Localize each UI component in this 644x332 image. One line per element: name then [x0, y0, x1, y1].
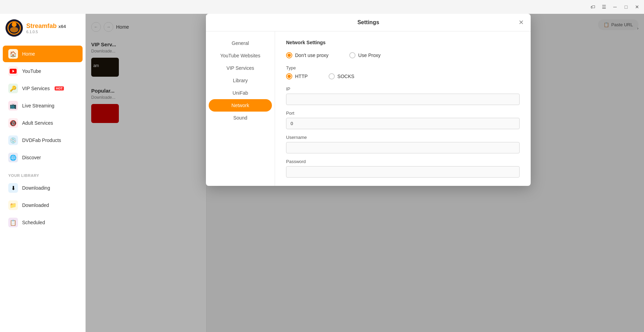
type-options: HTTP SOCKS — [286, 73, 520, 79]
discover-icon: 🌐 — [8, 153, 18, 162]
live-streaming-icon: 📺 — [8, 101, 18, 111]
settings-nav-sound[interactable]: Sound — [206, 112, 275, 124]
maximize-icon[interactable]: □ — [623, 4, 629, 10]
sidebar-item-downloading[interactable]: ⬇ Downloading — [3, 180, 83, 196]
adult-icon: 🔞 — [8, 118, 18, 128]
sidebar-item-discover[interactable]: 🌐 Discover — [3, 149, 83, 166]
sidebar: Streamfab x64 6.1.0.5 🏠 Home — [0, 14, 86, 332]
brand-name: Streamfab x64 — [26, 22, 66, 30]
type-section: Type HTTP SOCKS — [286, 65, 520, 79]
close-window-icon[interactable]: ✕ — [634, 4, 640, 10]
youtube-icon — [8, 66, 18, 76]
library-nav: ⬇ Downloading 📁 Downloaded 📋 Scheduled — [0, 179, 85, 231]
socks-label: SOCKS — [338, 74, 354, 79]
settings-nav-network[interactable]: Network — [209, 99, 272, 112]
http-option[interactable]: HTTP — [286, 73, 308, 79]
app-version: 6.1.0.5 — [26, 30, 66, 34]
sidebar-item-adult-services[interactable]: 🔞 Adult Services — [3, 115, 83, 131]
socks-option[interactable]: SOCKS — [329, 73, 354, 79]
username-input[interactable] — [286, 142, 520, 153]
sidebar-item-live-streaming[interactable]: 📺 Live Streaming — [3, 97, 83, 114]
no-proxy-option[interactable]: Don't use proxy — [286, 52, 329, 58]
ip-input[interactable] — [286, 94, 520, 105]
modal-body: General YouTube Websites VIP Services Li… — [206, 31, 531, 186]
network-section-title: Network Settings — [286, 40, 520, 45]
downloaded-icon: 📁 — [8, 200, 18, 210]
settings-nav-vip-services[interactable]: VIP Services — [206, 62, 275, 74]
vip-icon: 🔑 — [8, 84, 18, 93]
use-proxy-option[interactable]: Use Proxy — [349, 52, 381, 58]
use-proxy-radio[interactable] — [349, 52, 356, 58]
modal-title: Settings — [357, 19, 379, 26]
logo-text: Streamfab x64 6.1.0.5 — [26, 22, 66, 34]
app-window: 🏷 ☰ ─ □ ✕ S — [0, 0, 644, 332]
port-label: Port — [286, 111, 520, 116]
hot-badge: HOT — [55, 86, 64, 91]
library-section-label: YOUR LIBRARY — [0, 169, 85, 179]
password-input[interactable] — [286, 166, 520, 178]
sidebar-item-dvdfab[interactable]: 💿 DVDFab Products — [3, 132, 83, 149]
no-proxy-label: Don't use proxy — [295, 53, 329, 58]
settings-modal: Settings ✕ General YouTube Websites VIP … — [206, 14, 531, 186]
app-body: Streamfab x64 6.1.0.5 🏠 Home — [0, 14, 644, 332]
title-bar: 🏷 ☰ ─ □ ✕ — [0, 0, 644, 14]
bookmark-icon[interactable]: 🏷 — [590, 4, 596, 10]
port-input[interactable] — [286, 118, 520, 129]
sidebar-logo: Streamfab x64 6.1.0.5 — [0, 14, 85, 42]
username-label: Username — [286, 135, 520, 140]
sidebar-item-home[interactable]: 🏠 Home — [3, 46, 83, 62]
proxy-options: Don't use proxy Use Proxy — [286, 52, 520, 58]
downloading-icon: ⬇ — [8, 183, 18, 193]
use-proxy-label: Use Proxy — [358, 53, 381, 58]
sidebar-nav: 🏠 Home YouTube 🔑 VIP Services HOT — [0, 42, 85, 169]
settings-nav-youtube-websites[interactable]: YouTube Websites — [206, 49, 275, 62]
ip-label: IP — [286, 86, 520, 92]
socks-radio[interactable] — [329, 73, 335, 79]
settings-nav-general[interactable]: General — [206, 37, 275, 49]
settings-network-content: Network Settings Don't use proxy Use Pro… — [275, 31, 531, 186]
no-proxy-radio[interactable] — [286, 52, 292, 58]
menu-icon[interactable]: ☰ — [601, 4, 607, 10]
settings-nav-library[interactable]: Library — [206, 74, 275, 87]
sidebar-item-scheduled[interactable]: 📋 Scheduled — [3, 214, 83, 231]
title-bar-icons: 🏷 ☰ ─ □ ✕ — [590, 4, 640, 10]
sidebar-item-youtube[interactable]: YouTube — [3, 63, 83, 79]
type-label: Type — [286, 65, 520, 70]
http-radio[interactable] — [286, 73, 292, 79]
settings-sidebar: General YouTube Websites VIP Services Li… — [206, 31, 275, 186]
modal-header: Settings ✕ — [206, 14, 531, 31]
svg-point-3 — [10, 27, 18, 32]
settings-nav-unifab[interactable]: UniFab — [206, 87, 275, 99]
svg-point-2 — [12, 22, 17, 27]
sidebar-item-downloaded[interactable]: 📁 Downloaded — [3, 197, 83, 214]
app-logo — [6, 19, 23, 37]
scheduled-icon: 📋 — [8, 218, 18, 227]
home-icon: 🏠 — [8, 49, 18, 59]
modal-backdrop: Settings ✕ General YouTube Websites VIP … — [86, 14, 644, 332]
main-content: ← → Home VIP Serv... Downloade... am — [86, 14, 644, 332]
minimize-icon[interactable]: ─ — [612, 4, 618, 10]
password-label: Password — [286, 159, 520, 164]
dvdfab-icon: 💿 — [8, 135, 18, 145]
http-label: HTTP — [295, 74, 308, 79]
modal-close-button[interactable]: ✕ — [517, 18, 525, 27]
sidebar-item-vip-services[interactable]: 🔑 VIP Services HOT — [3, 80, 83, 97]
